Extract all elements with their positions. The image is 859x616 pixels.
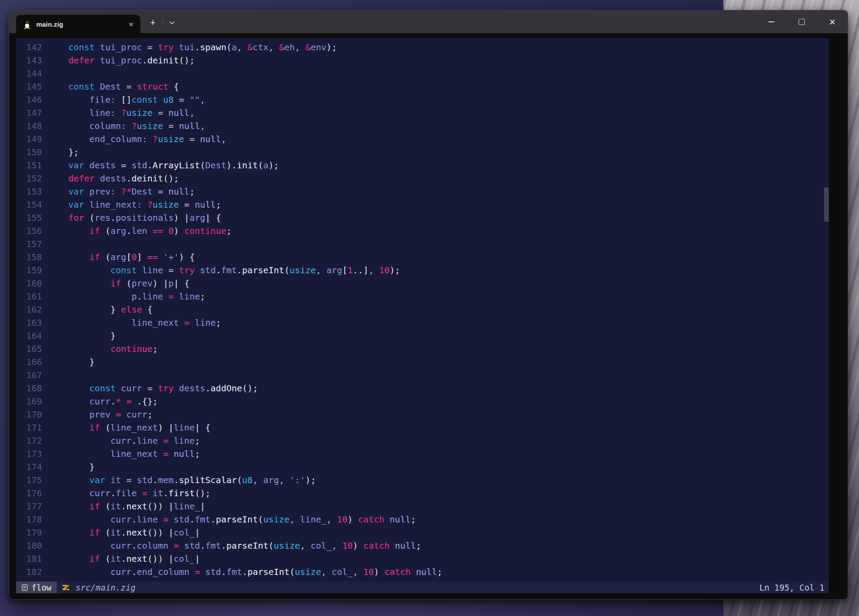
code-line[interactable]: 165 continue;: [16, 342, 829, 355]
code-line[interactable]: 155 for (res.positionals) |arg| {: [16, 211, 829, 224]
code-line[interactable]: 142 const tui_proc = try tui.spawn(a, &c…: [16, 41, 829, 54]
minimize-button[interactable]: [756, 10, 786, 33]
linux-penguin-icon: [23, 19, 31, 29]
code-line[interactable]: 144: [16, 67, 829, 80]
code-text: const tui_proc = try tui.spawn(a, &ctx, …: [47, 42, 337, 52]
code-line[interactable]: 150 };: [16, 146, 829, 159]
line-number: 175: [16, 473, 42, 487]
code-line[interactable]: 163 line_next = line;: [16, 316, 829, 329]
line-number: 148: [16, 119, 42, 132]
code-line[interactable]: 166 }: [16, 355, 829, 369]
code-line[interactable]: 168 const curr = try dests.addOne();: [16, 382, 829, 395]
code-line[interactable]: 179 if (it.next()) |col_|: [16, 526, 829, 539]
line-number: 170: [16, 408, 42, 421]
code-line[interactable]: 157: [16, 237, 829, 251]
line-number: 145: [16, 80, 42, 93]
code-line[interactable]: 147 line: ?usize = null,: [16, 106, 829, 119]
code-line[interactable]: 176 curr.file = it.first();: [16, 487, 829, 500]
tab-main-zig[interactable]: main.zig ×: [16, 15, 140, 33]
code-text: prev = curr;: [47, 409, 153, 420]
code-text: if (arg[0] == '+') {: [47, 252, 195, 262]
line-number: 152: [16, 172, 42, 185]
code-line[interactable]: 152 defer dests.deinit();: [16, 172, 829, 185]
tab-close-icon[interactable]: ×: [126, 19, 136, 29]
code-line[interactable]: 149 end_column: ?usize = null,: [16, 132, 829, 146]
line-number: 155: [16, 211, 42, 224]
new-tab-button[interactable]: +: [147, 18, 159, 28]
code-line[interactable]: 174 }: [16, 460, 829, 473]
line-number: 146: [16, 93, 42, 106]
scrollbar-thumb[interactable]: [824, 188, 829, 222]
code-line[interactable]: 156 if (arg.len == 0) continue;: [16, 224, 829, 237]
line-number: 180: [16, 539, 42, 552]
code-text: file: []const u8 = "",: [47, 94, 205, 105]
code-line[interactable]: 175 var it = std.mem.splitScalar(u8, arg…: [16, 473, 829, 487]
cursor-position: Ln 195, Col 1: [759, 583, 824, 592]
line-number: 171: [16, 421, 42, 434]
line-number: 147: [16, 106, 42, 119]
line-number: 159: [16, 264, 42, 277]
code-line[interactable]: 178 curr.line = std.fmt.parseInt(usize, …: [16, 513, 829, 526]
line-number: 149: [16, 132, 42, 146]
code-line[interactable]: 173 line_next = null;: [16, 447, 829, 460]
code-text: if (line_next) |line| {: [47, 422, 210, 433]
code-text: var dests = std.ArrayList(Dest).init(a);: [47, 160, 279, 171]
code-line[interactable]: 180 curr.column = std.fmt.parseInt(usize…: [16, 539, 829, 552]
close-button[interactable]: ×: [817, 10, 848, 33]
code-line[interactable]: 172 curr.line = line;: [16, 434, 829, 447]
code-line[interactable]: 148 column: ?usize = null,: [16, 119, 829, 132]
code-line[interactable]: 169 curr.* = .{};: [16, 395, 829, 408]
line-number: 157: [16, 237, 42, 251]
code-text: if (prev) |p| {: [47, 278, 189, 289]
line-number: 172: [16, 434, 42, 447]
code-area[interactable]: 142 const tui_proc = try tui.spawn(a, &c…: [16, 38, 829, 581]
maximize-icon: [799, 19, 805, 25]
code-line[interactable]: 151 var dests = std.ArrayList(Dest).init…: [16, 159, 829, 172]
line-number: 178: [16, 513, 42, 526]
code-text: p.line = line;: [47, 291, 205, 302]
code-line[interactable]: 158 if (arg[0] == '+') {: [16, 251, 829, 264]
code-text: curr.end_column = std.fmt.parseInt(usize…: [47, 567, 442, 577]
code-line[interactable]: 167: [16, 369, 829, 382]
line-number: 161: [16, 290, 42, 303]
code-text: if (it.next()) |col_|: [47, 553, 200, 564]
code-line[interactable]: 159 const line = try std.fmt.parseInt(us…: [16, 264, 829, 277]
line-number: 182: [16, 565, 42, 578]
line-number: 160: [16, 277, 42, 290]
code-line[interactable]: 181 if (it.next()) |col_|: [16, 552, 829, 565]
line-number: 181: [16, 552, 42, 565]
code-line[interactable]: 162 } else {: [16, 303, 829, 316]
code-line[interactable]: 154 var line_next: ?usize = null;: [16, 198, 829, 211]
line-number: 177: [16, 500, 42, 513]
tab-bar: main.zig × + ×: [9, 10, 848, 33]
code-line[interactable]: 143 defer tui_proc.deinit();: [16, 54, 829, 67]
code-line[interactable]: 170 prev = curr;: [16, 408, 829, 421]
code-line[interactable]: 177 if (it.next()) |line_|: [16, 500, 829, 513]
maximize-button[interactable]: [786, 10, 817, 33]
code-line[interactable]: 153 var prev: ?*Dest = null;: [16, 185, 829, 198]
code-line[interactable]: 146 file: []const u8 = "",: [16, 93, 829, 106]
line-number: 143: [16, 54, 42, 67]
code-text: continue;: [47, 344, 158, 354]
code-text: const curr = try dests.addOne();: [47, 383, 258, 393]
code-line[interactable]: 182 curr.end_column = std.fmt.parseInt(u…: [16, 565, 829, 578]
code-line[interactable]: 161 p.line = line;: [16, 290, 829, 303]
minimize-icon: [768, 21, 774, 22]
desktop-wallpaper: main.zig × + × 142 const tui_proc = try …: [0, 0, 859, 616]
code-text: }: [47, 462, 94, 472]
code-text: curr.* = .{};: [47, 396, 158, 407]
code-text: var it = std.mem.splitScalar(u8, arg, ':…: [47, 475, 316, 485]
code-line[interactable]: 164 }: [16, 329, 829, 342]
line-number: 162: [16, 303, 42, 316]
line-number: 142: [16, 41, 42, 54]
code-line[interactable]: 160 if (prev) |p| {: [16, 277, 829, 290]
mode-indicator[interactable]: flow: [16, 581, 57, 593]
code-text: const Dest = struct {: [47, 81, 179, 92]
code-line[interactable]: 171 if (line_next) |line| {: [16, 421, 829, 434]
line-number: 176: [16, 487, 42, 500]
code-line[interactable]: 145 const Dest = struct {: [16, 80, 829, 93]
code-text: end_column: ?usize = null,: [47, 134, 226, 144]
code-text: line_next = line;: [47, 317, 221, 328]
code-text: if (it.next()) |col_|: [47, 527, 200, 538]
tab-dropdown-button[interactable]: [165, 21, 179, 24]
